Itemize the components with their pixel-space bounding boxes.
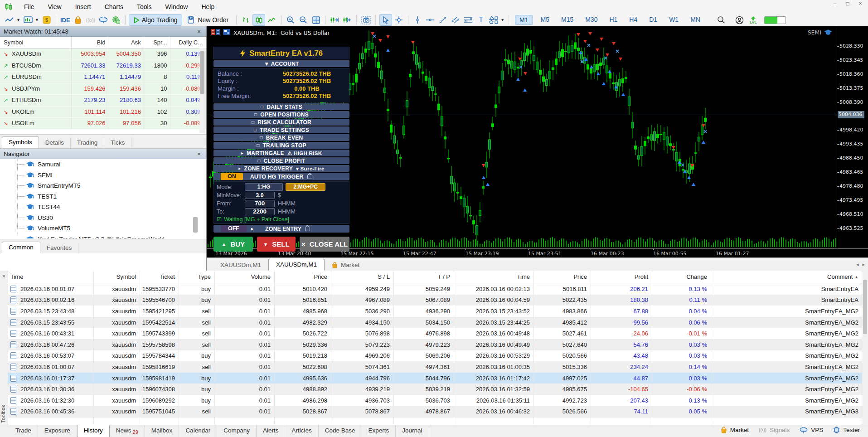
line-chart-style-icon[interactable] xyxy=(266,15,278,25)
timeframe-button[interactable]: W1 xyxy=(665,15,683,25)
market-bag-icon[interactable] xyxy=(72,15,84,25)
tester-status-item[interactable]: Tester xyxy=(833,427,860,433)
market-watch-tab[interactable]: Details xyxy=(39,137,71,148)
sell-button[interactable]: ▼SELL xyxy=(257,237,296,252)
timeframe-button[interactable]: D1 xyxy=(645,15,661,25)
history-row[interactable]: 2026.03.16 00:53:07 xauusdm 1595784344 b… xyxy=(8,350,862,362)
history-row[interactable]: 2026.03.15 23:43:55 xauusdm 1595422514 s… xyxy=(8,317,862,328)
search-icon[interactable] xyxy=(715,15,727,25)
market-watch-tab[interactable]: Trading xyxy=(71,137,104,148)
history-row[interactable]: 2026.03.16 01:30:36 xauusdm 1596074308 b… xyxy=(8,384,862,395)
new-order-button[interactable]: New Order xyxy=(183,15,233,25)
chart-tab[interactable]: XAUUSDm,M1 xyxy=(268,259,325,271)
chart-tab[interactable]: Market xyxy=(325,260,367,271)
toolbox-tab[interactable]: Journal xyxy=(396,425,429,437)
column-change[interactable]: Change xyxy=(652,271,711,283)
column-sl[interactable]: S / L xyxy=(331,271,394,283)
toolbox-tab[interactable]: Experts xyxy=(362,425,396,437)
history-row[interactable]: 2026.03.16 00:43:31 xauusdm 1595743399 s… xyxy=(8,328,862,339)
cursor-tool-icon[interactable] xyxy=(379,14,392,26)
chevron-down-icon[interactable]: ▼ xyxy=(35,18,39,22)
ea-section-bar[interactable]: □ CLOSE PROFIT xyxy=(213,157,349,164)
maximize-button[interactable]: □ xyxy=(842,0,853,8)
trendline-tool-icon[interactable] xyxy=(437,15,449,25)
timeframe-button[interactable]: H1 xyxy=(605,15,621,25)
screenshot-icon[interactable] xyxy=(360,15,372,25)
market-watch-scrollbar[interactable] xyxy=(199,48,205,133)
fibonacci-tool-icon[interactable] xyxy=(462,15,474,25)
shift-back-icon[interactable] xyxy=(341,15,353,25)
column-profit[interactable]: Profit xyxy=(591,271,652,283)
navigator-tab[interactable]: Favorites xyxy=(40,243,79,253)
market-watch-row[interactable]: ↗EURUSDm 1.14471 1.14479 8 0.11% xyxy=(0,72,206,83)
ide-icon[interactable]: IDE xyxy=(59,15,71,25)
column-price[interactable]: Price xyxy=(275,271,331,283)
column-spread[interactable]: Spr... xyxy=(144,37,170,48)
buy-button[interactable]: ▲BUY xyxy=(213,237,253,252)
ea-account-header[interactable]: ▼ ACCOUNT xyxy=(213,60,349,67)
navigator-tab[interactable]: Common xyxy=(2,242,40,253)
column-volume[interactable]: Volume xyxy=(215,271,275,283)
to-input[interactable]: 2200 xyxy=(245,208,275,215)
checkbox-icon[interactable]: ☑ xyxy=(217,216,222,223)
ea-panel-header[interactable]: SmartEntry EA v1.76 xyxy=(213,47,349,59)
from-input[interactable]: 700 xyxy=(245,200,275,207)
menu-item[interactable]: Insert xyxy=(68,0,98,14)
market-watch-row[interactable]: ↗ETHUSDm 2179.23 2180.63 140 0.04% xyxy=(0,95,206,107)
menu-item[interactable]: File xyxy=(17,0,41,14)
toolbox-tab[interactable]: Mailbox xyxy=(145,425,179,437)
history-row[interactable]: 2026.03.16 00:01:07 xauusdm 1595533770 b… xyxy=(8,283,862,295)
navigator-item[interactable]: Yuvi Fx Trader MT5 v3.3 @LifeInDreamsWor… xyxy=(0,234,199,239)
navigator-item[interactable]: TEST44 xyxy=(0,202,199,213)
menu-item[interactable]: Charts xyxy=(98,0,130,14)
ea-section-bar[interactable]: ▸ MARTINGALE ⚠ HIGH RISK xyxy=(213,150,349,156)
chevron-down-icon[interactable]: ▼ xyxy=(500,18,504,22)
toolbox-tab[interactable]: Trade xyxy=(9,425,38,437)
auto-hg-toggle[interactable]: ON xyxy=(221,173,243,180)
timeframe-button[interactable]: M1 xyxy=(515,15,533,25)
close-button[interactable]: × xyxy=(854,0,866,8)
chart-type-icon[interactable] xyxy=(4,15,15,25)
timeframe-button[interactable]: MN xyxy=(686,15,704,25)
minimize-button[interactable]: – xyxy=(829,0,841,8)
minmove-input[interactable]: 3.0 xyxy=(245,192,275,199)
tile-windows-icon[interactable] xyxy=(310,15,322,25)
toolbox-tab[interactable]: History xyxy=(77,425,110,437)
timeframe-button[interactable]: H4 xyxy=(625,15,641,25)
depth-of-market-icon[interactable] xyxy=(223,29,230,36)
market-watch-tab[interactable]: Symbols xyxy=(2,136,39,148)
toolbox-tab[interactable]: Exposure xyxy=(38,425,77,437)
navigator-item[interactable]: US30 xyxy=(0,213,199,223)
ea-section-bar[interactable]: □ TRADE SETTINGS xyxy=(213,126,349,133)
one-click-trading-icon[interactable] xyxy=(211,29,220,36)
signals-status-item[interactable]: ((•))Signals xyxy=(759,427,790,433)
close-icon[interactable]: × xyxy=(195,151,203,157)
community-icon[interactable] xyxy=(110,15,122,25)
market-status-item[interactable]: Market xyxy=(721,427,749,433)
close-all-button[interactable]: ×CLOSE ALL xyxy=(300,237,349,252)
timeframe-button[interactable]: M15 xyxy=(557,15,577,25)
shift-end-icon[interactable] xyxy=(329,15,340,25)
column-close-price[interactable]: Price xyxy=(534,271,591,283)
menu-item[interactable]: Tools xyxy=(130,0,159,14)
ea-section-bar[interactable]: ▸ ZONE RECOVERY ▾ Sure-Fire xyxy=(213,165,349,172)
zone-entry-toggle[interactable]: OFF xyxy=(221,225,247,232)
history-scrollbar[interactable] xyxy=(862,271,868,425)
navigator-item[interactable]: SmartEntryMT5 xyxy=(0,180,199,191)
column-daily[interactable]: Daily C... xyxy=(170,37,206,48)
ea-section-bar[interactable]: □ OPEN POSITIONS xyxy=(213,111,349,118)
column-tp[interactable]: T / P xyxy=(394,271,454,283)
tab-scroll-right-icon[interactable]: ▸ xyxy=(862,262,865,267)
market-watch-row[interactable]: ↘USOILm 97.026 97.056 30 -0.08% xyxy=(0,118,206,130)
column-symbol[interactable]: Symbol xyxy=(0,37,72,48)
menu-item[interactable]: Window xyxy=(159,0,195,14)
zoom-in-icon[interactable] xyxy=(285,15,296,25)
signals-icon[interactable]: ((o)) xyxy=(85,15,97,25)
chart-window[interactable]: XAUUSDm, M1: Gold vs US Dollar SEMI 5004… xyxy=(206,26,868,271)
history-row[interactable]: 2026.03.15 23:43:48 xauusdm 1595421295 s… xyxy=(8,306,862,317)
navigator-scrollbar[interactable] xyxy=(193,159,198,238)
history-row[interactable]: 2026.03.16 01:17:37 xauusdm 1595981419 b… xyxy=(8,373,862,384)
market-watch-tab[interactable]: Ticks xyxy=(104,137,131,148)
ea-section-bar[interactable]: □ DAILY STATS xyxy=(213,103,349,110)
column-comment-sorted[interactable]: Comment ▲ xyxy=(711,271,862,283)
